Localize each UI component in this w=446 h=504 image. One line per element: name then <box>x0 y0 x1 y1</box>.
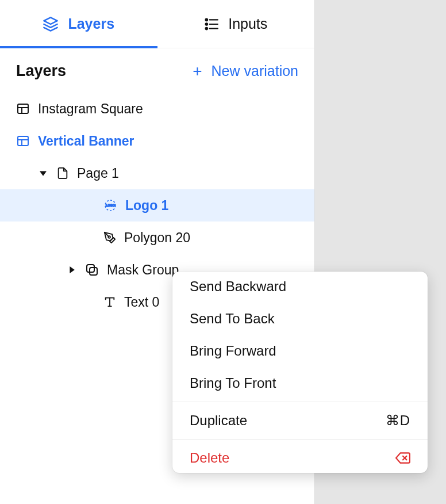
text-icon <box>103 296 116 308</box>
layer-logo-1[interactable]: LOGO Logo 1 <box>0 189 314 222</box>
mask-group-icon <box>85 263 99 277</box>
layer-label: Page 1 <box>77 166 119 181</box>
layer-label: Mask Group <box>107 262 179 278</box>
svg-marker-0 <box>44 17 57 24</box>
svg-point-1 <box>206 18 207 20</box>
layer-label: Polygon 20 <box>124 230 190 246</box>
menu-item-label: Send To Back <box>190 311 275 327</box>
layer-doc-instagram-square[interactable]: Instagram Square <box>0 93 314 125</box>
svg-rect-10 <box>18 136 28 146</box>
layer-label: Logo 1 <box>125 198 168 213</box>
logo-icon: LOGO <box>103 198 117 212</box>
menu-divider <box>172 402 428 402</box>
delete-icon <box>395 450 410 465</box>
page-icon <box>56 167 69 180</box>
panel-tabs: Layers Inputs <box>0 0 314 48</box>
tab-inputs[interactable]: Inputs <box>157 0 315 48</box>
tab-inputs-label: Inputs <box>228 16 267 32</box>
caret-spacer <box>85 200 95 211</box>
layer-doc-vertical-banner[interactable]: Vertical Banner <box>0 125 314 157</box>
menu-duplicate[interactable]: Duplicate ⌘D <box>172 406 428 436</box>
svg-marker-13 <box>40 171 47 175</box>
svg-point-3 <box>206 27 207 29</box>
svg-point-2 <box>206 23 207 25</box>
section-title: Layers <box>16 62 66 80</box>
layer-label: Instagram Square <box>38 101 143 117</box>
svg-point-16 <box>108 236 110 238</box>
menu-bring-forward[interactable]: Bring Forward <box>172 335 428 367</box>
caret-down-icon[interactable] <box>38 168 48 178</box>
plus-icon: + <box>193 63 202 79</box>
svg-text:LOGO: LOGO <box>106 204 116 207</box>
layer-page-1[interactable]: Page 1 <box>0 157 314 189</box>
caret-spacer <box>85 232 95 243</box>
menu-item-label: Bring To Front <box>190 375 276 391</box>
artboard-icon <box>16 102 30 116</box>
menu-item-label: Delete <box>190 450 229 466</box>
pen-icon <box>103 231 116 244</box>
inputs-icon <box>204 17 219 32</box>
menu-item-label: Send Backward <box>190 278 286 295</box>
menu-delete[interactable]: Delete <box>172 443 428 473</box>
menu-item-label: Bring Forward <box>190 343 276 359</box>
svg-rect-7 <box>18 104 28 113</box>
menu-item-label: Duplicate <box>190 413 247 429</box>
layers-header: Layers + New variation <box>0 48 314 90</box>
new-variation-button[interactable]: + New variation <box>193 63 298 79</box>
menu-shortcut: ⌘D <box>386 413 410 429</box>
context-menu: Send Backward Send To Back Bring Forward… <box>172 272 428 473</box>
menu-divider <box>172 439 428 440</box>
svg-marker-17 <box>70 266 74 273</box>
menu-send-backward[interactable]: Send Backward <box>172 272 428 303</box>
menu-bring-to-front[interactable]: Bring To Front <box>172 367 428 398</box>
artboard-icon <box>16 134 30 148</box>
new-variation-label: New variation <box>212 63 298 79</box>
tab-layers-label: Layers <box>68 16 114 32</box>
menu-send-to-back[interactable]: Send To Back <box>172 303 428 335</box>
layer-label: Vertical Banner <box>38 133 134 149</box>
caret-spacer <box>85 297 95 307</box>
layers-icon <box>43 16 59 32</box>
caret-right-icon[interactable] <box>67 265 77 275</box>
layer-polygon-20[interactable]: Polygon 20 <box>0 222 314 254</box>
tab-layers[interactable]: Layers <box>0 0 157 48</box>
layer-label: Text 0 <box>124 295 159 310</box>
